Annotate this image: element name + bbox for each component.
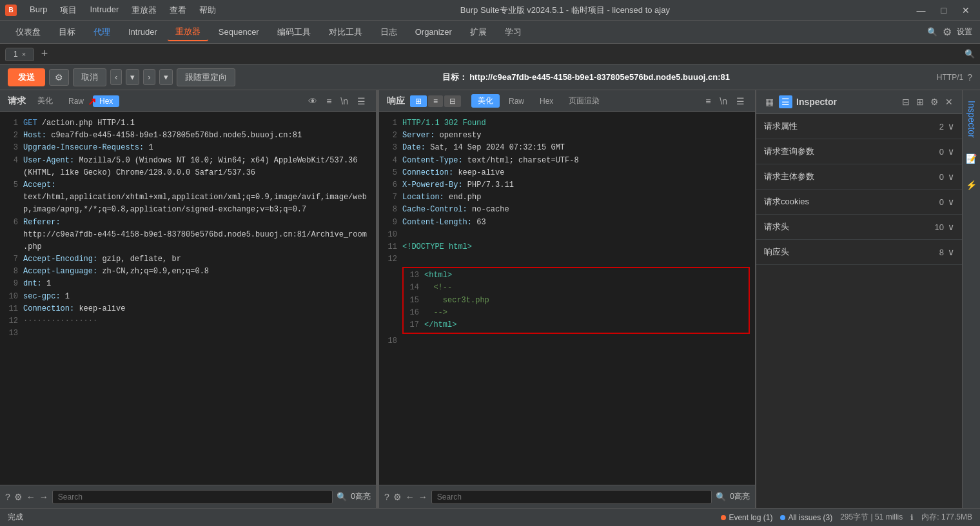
nav-sequencer[interactable]: Sequencer: [211, 24, 267, 39]
insp-row-req-attr[interactable]: 请求属性 2 ∨: [756, 114, 962, 139]
request-title: 请求: [8, 95, 26, 107]
insp-row-req-cookies[interactable]: 请求cookies 0 ∨: [756, 190, 962, 215]
inspector-settings-icon[interactable]: ⚙: [929, 95, 940, 108]
resp-line-13: 13 <html>: [406, 269, 746, 282]
req-line-4: 4 User-Agent: Mozilla/5.0 (Windows NT 10…: [5, 155, 371, 167]
req-forward-icon[interactable]: →: [39, 492, 48, 502]
inspector-list-icon[interactable]: ☰: [779, 95, 792, 108]
nav-next-dropdown[interactable]: ▾: [159, 69, 173, 85]
req-search-icon[interactable]: 🔍: [337, 492, 347, 502]
nav-comparer[interactable]: 对比工具: [321, 24, 370, 41]
target-prefix: 目标：: [442, 72, 467, 82]
resp-back-icon[interactable]: ←: [406, 492, 415, 502]
resp-tab-raw[interactable]: Raw: [502, 95, 531, 107]
inspector-panel: ▦ ☰ Inspector ⊟ ⊞ ⚙ ✕ 请求属性 2 ∨ 请求查询参数 0 …: [756, 90, 962, 508]
nav-next-button[interactable]: ›: [143, 69, 155, 85]
insp-row-resp-headers[interactable]: 响应头 8 ∨: [756, 240, 962, 265]
req-help-icon[interactable]: ?: [5, 492, 10, 502]
event-log[interactable]: Event log (1): [721, 513, 772, 522]
nav-intruder[interactable]: Intruder: [121, 24, 165, 39]
req-pretty-icon[interactable]: ≡: [324, 95, 334, 108]
nav-target[interactable]: 目标: [51, 24, 83, 41]
all-issues[interactable]: All issues (3): [780, 513, 832, 522]
nav-learn[interactable]: 学习: [497, 24, 529, 41]
resp-tab-hex[interactable]: Hex: [533, 95, 560, 107]
all-issues-label: All issues (3): [788, 513, 832, 522]
menu-view[interactable]: 查看: [167, 3, 189, 17]
nav-prev-button[interactable]: ‹: [110, 69, 122, 85]
resp-tab-render[interactable]: 页面渲染: [562, 94, 606, 108]
tab-add-button[interactable]: +: [37, 47, 52, 61]
memory-icon: ℹ: [910, 513, 914, 522]
cancel-button[interactable]: 取消: [73, 68, 106, 86]
menu-help[interactable]: 帮助: [197, 3, 219, 17]
rs-action-icon[interactable]: ⚡: [964, 175, 979, 196]
nav-organizer[interactable]: Organizer: [407, 24, 460, 39]
resp-tab-pretty[interactable]: 美化: [471, 94, 500, 108]
win-maximize[interactable]: □: [936, 4, 952, 17]
tab-1[interactable]: 1 ×: [5, 48, 34, 61]
inspector-expand-icon[interactable]: ⊞: [915, 95, 925, 108]
tab-bar: 1 × + 🔍: [0, 44, 980, 64]
insp-row-req-body[interactable]: 请求主体参数 0 ∨: [756, 164, 962, 190]
insp-row-req-query[interactable]: 请求查询参数 0 ∨: [756, 139, 962, 164]
nav-encoder[interactable]: 编码工具: [270, 24, 318, 41]
req-line-12: 12 ················: [5, 315, 371, 327]
rs-inspector-icon[interactable]: Inspector: [964, 95, 979, 143]
insp-row-req-headers[interactable]: 请求头 10 ∨: [756, 215, 962, 240]
resp-settings-icon[interactable]: ⚙: [393, 492, 402, 502]
inspector-collapse-icon[interactable]: ⊟: [901, 95, 911, 108]
req-tab-raw[interactable]: Raw: [62, 95, 90, 107]
req-settings-icon[interactable]: ⚙: [14, 492, 23, 502]
request-code-area[interactable]: 1 GET /action.php HTTP/1.1 2 Host: c9ea7…: [0, 112, 376, 485]
inspector-close-icon[interactable]: ✕: [944, 95, 954, 108]
view-split-icon[interactable]: ⊞: [410, 95, 427, 107]
nav-proxy[interactable]: 代理: [86, 24, 118, 41]
response-title: 响应: [387, 95, 405, 107]
view-single-icon[interactable]: ⊟: [444, 95, 461, 107]
win-minimize[interactable]: —: [912, 4, 931, 17]
tab-1-close[interactable]: ×: [22, 50, 26, 58]
req-line-11: 11 Connection: keep-alive: [5, 303, 371, 315]
resp-help-icon[interactable]: ?: [384, 492, 389, 502]
resp-line-7: 7 Location: end.php: [384, 191, 750, 204]
search-icon[interactable]: 🔍: [927, 27, 937, 37]
tab-search-icon[interactable]: 🔍: [965, 49, 975, 59]
send-settings-button[interactable]: ⚙: [49, 69, 69, 86]
request-search-input[interactable]: [52, 490, 333, 504]
resp-pretty-icon[interactable]: ≡: [703, 95, 713, 108]
help-icon[interactable]: ?: [967, 72, 972, 83]
resp-menu-icon[interactable]: ☰: [734, 95, 747, 108]
nav-prev-dropdown[interactable]: ▾: [126, 69, 139, 85]
inspector-grid-icon[interactable]: ▦: [764, 95, 775, 108]
response-search-input[interactable]: [431, 490, 712, 504]
rs-notes-icon[interactable]: 📝: [964, 148, 979, 170]
menu-intruder[interactable]: Intruder: [87, 3, 121, 17]
resp-newline-icon[interactable]: \n: [717, 95, 730, 108]
menu-repeater-menu[interactable]: 重放器: [129, 3, 159, 17]
req-back-icon[interactable]: ←: [26, 492, 35, 502]
response-code-area[interactable]: 1 HTTP/1.1 302 Found 2 Server: openresty…: [379, 112, 755, 485]
menu-burp[interactable]: Burp: [27, 3, 50, 17]
win-close[interactable]: ✕: [957, 4, 975, 17]
settings-icon[interactable]: ⚙: [943, 26, 952, 38]
nav-dashboard[interactable]: 仪表盘: [8, 24, 48, 41]
view-list-icon[interactable]: ≡: [428, 95, 443, 107]
req-eye-icon[interactable]: 👁: [306, 95, 320, 108]
req-line-6: 6 Referer:: [5, 217, 371, 229]
nav-extensions[interactable]: 扩展: [462, 24, 495, 41]
nav-repeater[interactable]: 重放器: [168, 23, 208, 41]
req-menu-icon[interactable]: ☰: [355, 95, 368, 108]
resp-forward-icon[interactable]: →: [418, 492, 427, 502]
nav-logger[interactable]: 日志: [373, 24, 405, 41]
follow-redirect-button[interactable]: 跟随重定向: [177, 68, 235, 86]
req-tab-hex[interactable]: ↗ Hex: [93, 95, 119, 107]
menu-project[interactable]: 项目: [57, 3, 79, 17]
title-bar-title: Burp Suite专业版 v2024.5.1 - 临时项目 - license…: [219, 5, 911, 16]
req-tab-pretty[interactable]: 美化: [31, 94, 59, 108]
req-line-8: 8 Accept-Language: zh-CN,zh;q=0.9,en;q=0…: [5, 266, 371, 278]
response-view-icons: ⊞ ≡ ⊟: [410, 95, 461, 107]
req-newline-icon[interactable]: \n: [338, 95, 351, 108]
resp-search-icon[interactable]: 🔍: [716, 492, 726, 502]
send-button[interactable]: 发送: [8, 68, 45, 86]
